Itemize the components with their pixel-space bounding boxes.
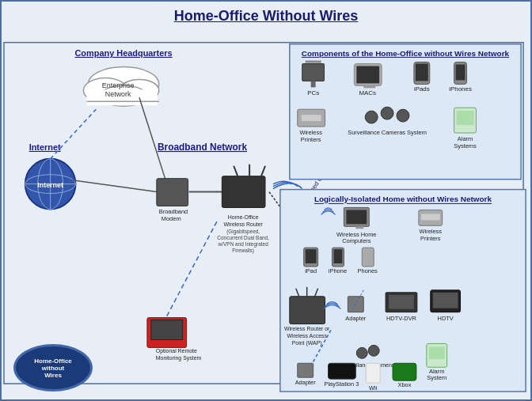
svg-rect-84 <box>332 248 344 267</box>
svg-text:Gigabit-speed Connection: Gigabit-speed Connection <box>292 153 340 216</box>
svg-rect-98 <box>386 293 417 312</box>
svg-text:HDTV: HDTV <box>438 315 454 322</box>
svg-rect-108 <box>429 346 445 359</box>
svg-rect-117 <box>393 363 416 380</box>
svg-rect-55 <box>454 62 467 85</box>
svg-text:PlayStation 3: PlayStation 3 <box>325 380 359 388</box>
svg-rect-115 <box>366 363 380 383</box>
svg-text:Point (WAP): Point (WAP) <box>292 340 322 346</box>
svg-rect-101 <box>431 290 461 312</box>
svg-rect-102 <box>433 293 458 308</box>
svg-line-28 <box>261 166 265 176</box>
svg-rect-25 <box>222 176 265 208</box>
svg-rect-111 <box>298 363 314 377</box>
svg-text:Internet: Internet <box>37 181 63 189</box>
svg-text:w/VPN and Integrated: w/VPN and Integrated <box>218 241 269 248</box>
svg-line-19 <box>139 97 167 183</box>
svg-text:iPads: iPads <box>414 85 430 93</box>
svg-point-104 <box>356 347 367 358</box>
svg-rect-89 <box>290 297 325 324</box>
svg-line-92 <box>315 289 318 297</box>
svg-point-10 <box>25 159 76 210</box>
svg-rect-59 <box>302 115 321 121</box>
svg-text:Xbox: Xbox <box>397 381 411 388</box>
svg-text:Surveillance Cameras System: Surveillance Cameras System <box>348 129 427 136</box>
svg-text:Company Headquarters: Company Headquarters <box>74 48 172 58</box>
svg-rect-74 <box>355 226 363 229</box>
svg-rect-0 <box>4 43 523 384</box>
logo-line1: Home-Office <box>34 357 72 365</box>
svg-point-64 <box>397 109 409 122</box>
svg-text:iPhones: iPhones <box>449 85 472 93</box>
svg-rect-70 <box>280 190 526 392</box>
svg-text:System: System <box>427 374 446 381</box>
svg-rect-107 <box>427 343 447 367</box>
svg-line-41 <box>167 219 218 316</box>
svg-text:Components of the Home-Office : Components of the Home-Office without Wi… <box>302 49 510 58</box>
svg-text:Enterprise: Enterprise <box>102 81 135 89</box>
svg-point-11 <box>38 159 63 210</box>
svg-rect-87 <box>362 248 374 267</box>
svg-rect-85 <box>333 249 342 263</box>
svg-text:iPhone: iPhone <box>329 267 347 274</box>
svg-text:Logically-Isolated  Home witho: Logically-Isolated Home without Wires Ne… <box>314 195 492 203</box>
logo-line2: without <box>34 365 72 372</box>
svg-text:MACs: MACs <box>359 89 376 96</box>
svg-text:Broadband: Broadband <box>159 208 188 215</box>
svg-rect-52 <box>414 62 430 85</box>
svg-rect-37 <box>147 318 187 348</box>
svg-rect-38 <box>151 320 183 340</box>
svg-line-36 <box>269 192 301 236</box>
svg-text:Alarm: Alarm <box>429 368 444 375</box>
svg-rect-45 <box>306 61 321 63</box>
svg-line-26 <box>234 166 238 176</box>
svg-rect-82 <box>306 249 317 263</box>
svg-point-12 <box>25 175 76 194</box>
svg-line-90 <box>296 289 299 297</box>
svg-rect-53 <box>416 64 428 81</box>
svg-point-63 <box>381 107 393 119</box>
svg-text:Printers: Printers <box>420 235 441 242</box>
svg-point-2 <box>83 78 127 103</box>
svg-text:Monitoring System: Monitoring System <box>156 355 202 361</box>
svg-text:PCs: PCs <box>307 89 319 96</box>
svg-rect-50 <box>363 85 375 88</box>
page-title: Home-Office Without Wires <box>2 2 530 28</box>
svg-text:Home-Office: Home-Office <box>228 214 259 220</box>
svg-point-105 <box>368 345 379 356</box>
svg-text:Wireless: Wireless <box>419 228 442 235</box>
svg-text:Adapter: Adapter <box>295 379 317 386</box>
svg-rect-44 <box>302 64 325 81</box>
svg-rect-48 <box>354 64 382 86</box>
svg-rect-46 <box>311 81 316 87</box>
svg-rect-99 <box>389 295 414 309</box>
svg-rect-72 <box>344 207 369 226</box>
svg-rect-66 <box>454 108 477 133</box>
svg-line-119 <box>314 328 332 362</box>
svg-text:Adapter: Adapter <box>345 315 367 322</box>
svg-rect-78 <box>421 214 440 220</box>
svg-text:Printers: Printers <box>301 136 321 143</box>
svg-text:Wireless: Wireless <box>299 129 322 136</box>
svg-rect-73 <box>346 210 367 224</box>
svg-text:HDTV-DVR: HDTV-DVR <box>386 315 417 322</box>
svg-rect-56 <box>456 65 466 81</box>
svg-text:Alarm: Alarm <box>458 135 473 142</box>
svg-rect-96 <box>348 297 363 312</box>
svg-text:Optional Remote: Optional Remote <box>156 348 197 354</box>
svg-rect-67 <box>457 111 474 125</box>
svg-line-120 <box>352 290 363 310</box>
svg-rect-49 <box>356 66 379 84</box>
svg-point-62 <box>365 111 378 123</box>
svg-rect-77 <box>419 210 443 225</box>
svg-text:Network: Network <box>105 90 131 98</box>
svg-text:Wii: Wii <box>369 384 378 392</box>
svg-point-4 <box>100 85 147 106</box>
svg-text:Surveillance Cameras: Surveillance Cameras <box>340 361 397 369</box>
svg-text:Wireless Router or: Wireless Router or <box>284 327 330 332</box>
svg-text:Computers: Computers <box>342 237 371 244</box>
svg-point-3 <box>120 79 159 101</box>
svg-text:iPad: iPad <box>305 267 317 274</box>
svg-text:Wireless Router: Wireless Router <box>223 221 263 227</box>
svg-text:Phones: Phones <box>358 267 378 274</box>
